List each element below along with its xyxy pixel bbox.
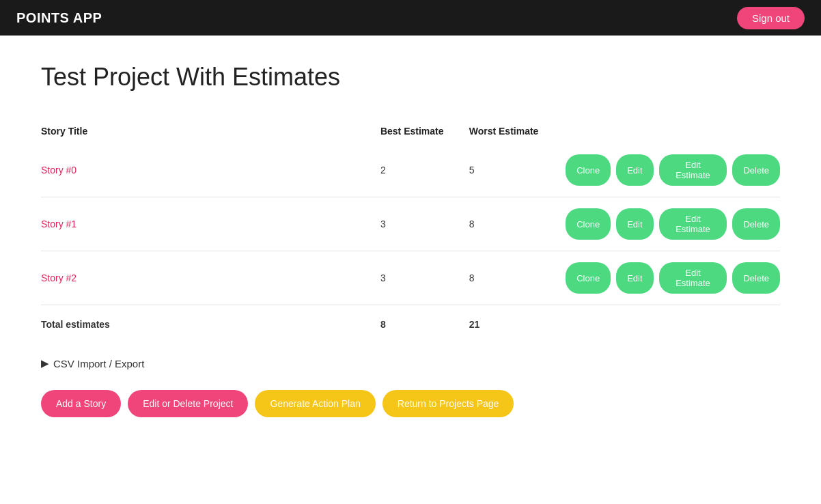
story-title-cell: Story #0 <box>41 143 374 197</box>
story-link[interactable]: Story #0 <box>41 165 76 176</box>
add-story-button[interactable]: Add a Story <box>41 390 121 417</box>
story-actions-cell: CloneEditEdit EstimateDelete <box>566 143 780 197</box>
total-label: Total estimates <box>41 305 374 337</box>
clone-button-row-0[interactable]: Clone <box>566 154 611 186</box>
edit-button-row-2[interactable]: Edit <box>616 262 653 294</box>
story-actions-cell: CloneEditEdit EstimateDelete <box>566 251 780 305</box>
table-body: Story #025CloneEditEdit EstimateDeleteSt… <box>41 143 780 305</box>
action-buttons: CloneEditEdit EstimateDelete <box>566 208 780 240</box>
bottom-actions: Add a Story Edit or Delete Project Gener… <box>41 390 780 417</box>
edit-button-row-1[interactable]: Edit <box>616 208 653 240</box>
story-best-estimate: 3 <box>374 197 462 251</box>
csv-label: CSV Import / Export <box>53 358 144 369</box>
story-worst-estimate: 5 <box>462 143 566 197</box>
edit_estimate-button-row-1[interactable]: Edit Estimate <box>659 208 727 240</box>
edit_estimate-button-row-0[interactable]: Edit Estimate <box>659 154 727 186</box>
delete-button-row-1[interactable]: Delete <box>732 208 780 240</box>
table-row: Story #025CloneEditEdit EstimateDelete <box>41 143 780 197</box>
edit-delete-project-button[interactable]: Edit or Delete Project <box>128 390 248 417</box>
story-title-cell: Story #2 <box>41 251 374 305</box>
story-actions-cell: CloneEditEdit EstimateDelete <box>566 197 780 251</box>
table-row: Story #138CloneEditEdit EstimateDelete <box>41 197 780 251</box>
col-header-worst-estimate: Worst Estimate <box>462 119 566 143</box>
col-header-story-title: Story Title <box>41 119 374 143</box>
total-worst: 21 <box>462 305 566 337</box>
story-best-estimate: 3 <box>374 251 462 305</box>
action-buttons: CloneEditEdit EstimateDelete <box>566 262 780 294</box>
col-header-best-estimate: Best Estimate <box>374 119 462 143</box>
page-title: Test Project With Estimates <box>41 63 780 92</box>
generate-action-plan-button[interactable]: Generate Action Plan <box>255 390 375 417</box>
clone-button-row-2[interactable]: Clone <box>566 262 611 294</box>
story-worst-estimate: 8 <box>462 197 566 251</box>
story-best-estimate: 2 <box>374 143 462 197</box>
col-header-actions <box>566 119 780 143</box>
table-header: Story Title Best Estimate Worst Estimate <box>41 119 780 143</box>
story-worst-estimate: 8 <box>462 251 566 305</box>
sign-out-button[interactable]: Sign out <box>737 7 805 29</box>
app-title: POINTS APP <box>16 10 102 26</box>
delete-button-row-0[interactable]: Delete <box>732 154 780 186</box>
delete-button-row-2[interactable]: Delete <box>732 262 780 294</box>
story-link[interactable]: Story #2 <box>41 272 76 283</box>
main-content: Test Project With Estimates Story Title … <box>0 36 821 445</box>
csv-arrow-icon: ▶ <box>41 357 49 369</box>
clone-button-row-1[interactable]: Clone <box>566 208 611 240</box>
story-title-cell: Story #1 <box>41 197 374 251</box>
return-projects-page-button[interactable]: Return to Projects Page <box>382 390 514 417</box>
action-buttons: CloneEditEdit EstimateDelete <box>566 154 780 186</box>
total-best: 8 <box>374 305 462 337</box>
app-header: POINTS APP Sign out <box>0 0 821 36</box>
csv-section[interactable]: ▶ CSV Import / Export <box>41 357 780 369</box>
edit-button-row-0[interactable]: Edit <box>616 154 653 186</box>
stories-table: Story Title Best Estimate Worst Estimate… <box>41 119 780 337</box>
story-link[interactable]: Story #1 <box>41 219 76 229</box>
csv-toggle[interactable]: ▶ CSV Import / Export <box>41 357 780 369</box>
edit_estimate-button-row-2[interactable]: Edit Estimate <box>659 262 727 294</box>
table-footer: Total estimates 8 21 <box>41 305 780 337</box>
table-row: Story #238CloneEditEdit EstimateDelete <box>41 251 780 305</box>
